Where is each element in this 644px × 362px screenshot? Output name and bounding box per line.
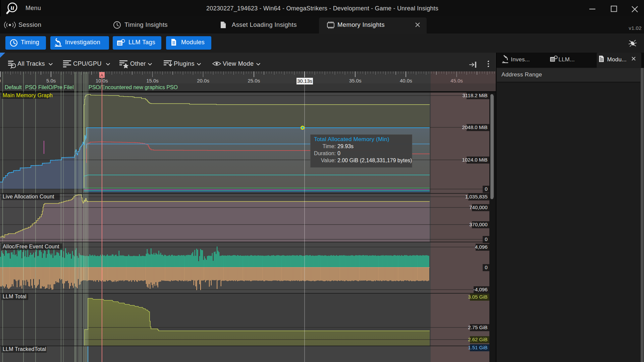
svg-text:0: 0 — [0, 78, 1, 83]
svg-text:0: 0 — [485, 264, 487, 270]
svg-text:-4,096: -4,096 — [473, 287, 488, 292]
svg-text:Total Allocated Memory (Min): Total Allocated Memory (Min) — [314, 136, 389, 142]
svg-text:29.93s: 29.93s — [337, 143, 354, 149]
svg-text:Alloc/Free Event Count: Alloc/Free Event Count — [3, 244, 59, 249]
svg-text:2.75 GiB: 2.75 GiB — [468, 324, 487, 330]
svg-text:Time:: Time: — [323, 143, 336, 149]
svg-text:3.05 GiB: 3.05 GiB — [468, 294, 487, 300]
svg-text:0: 0 — [337, 150, 340, 156]
svg-text:FileI: FileI — [64, 84, 74, 90]
svg-text:Duration:: Duration: — [314, 150, 336, 156]
svg-text:Plugins: Plugins — [174, 60, 195, 67]
svg-text:4,096: 4,096 — [475, 244, 488, 250]
svg-text:Live Allocation Count: Live Allocation Count — [3, 194, 54, 199]
svg-text:Other: Other — [130, 60, 146, 67]
svg-text:2.00 GiB (2,148,331,179 bytes): 2.00 GiB (2,148,331,179 bytes) — [337, 158, 412, 163]
svg-text:2048.0 MiB: 2048.0 MiB — [462, 124, 488, 130]
svg-text:1.51 GiB: 1.51 GiB — [468, 345, 487, 350]
svg-text:20.0s: 20.0s — [197, 78, 209, 83]
svg-text:370,000: 370,000 — [469, 222, 487, 227]
svg-text:LLM TrackedTotal: LLM TrackedTotal — [3, 346, 46, 352]
svg-text:LLM Total: LLM Total — [3, 294, 26, 299]
svg-text:Default: Default — [5, 84, 22, 90]
svg-text:2.62 GiB: 2.62 GiB — [468, 337, 487, 342]
svg-text:1,035,835: 1,035,835 — [465, 194, 488, 199]
svg-text:1024.0 MiB: 1024.0 MiB — [462, 157, 488, 163]
svg-text:45.0s: 45.0s — [450, 78, 463, 83]
svg-text:All Tracks: All Tracks — [17, 60, 45, 67]
svg-text:View Mode: View Mode — [223, 60, 254, 67]
svg-text:740,000: 740,000 — [469, 204, 487, 210]
svg-text:5.0s: 5.0s — [46, 78, 56, 83]
svg-text:PSO: PSO — [25, 84, 37, 90]
svg-text:Value:: Value: — [321, 158, 336, 163]
svg-text:0: 0 — [485, 186, 487, 192]
svg-text:35.0s: 35.0s — [349, 78, 362, 83]
svg-text:30.13s: 30.13s — [297, 78, 312, 84]
svg-text:25.0s: 25.0s — [248, 78, 260, 83]
svg-text:Main Memory Graph: Main Memory Graph — [3, 93, 53, 98]
svg-text:0: 0 — [485, 236, 487, 242]
svg-text:CPU/GPU: CPU/GPU — [73, 60, 102, 67]
svg-text:15.0s: 15.0s — [146, 78, 159, 83]
svg-text:FileIO/Pre: FileIO/Pre — [38, 84, 62, 90]
svg-text:3118.2 MiB: 3118.2 MiB — [463, 93, 488, 98]
svg-text:A: A — [100, 73, 103, 78]
svg-text:40.0s: 40.0s — [400, 78, 412, 83]
